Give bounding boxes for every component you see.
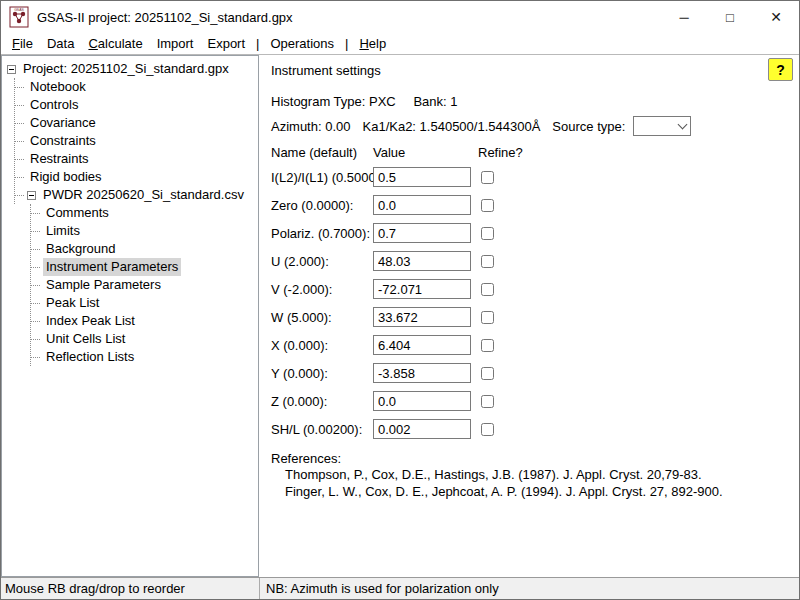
tree-item-instrument-parameters[interactable]: Instrument Parameters (31, 258, 258, 276)
maximize-icon: □ (726, 10, 734, 25)
refine-checkbox[interactable] (481, 227, 494, 240)
param-label: Polariz. (0.7000): (271, 226, 373, 241)
tree-item-label[interactable]: Comments (43, 204, 112, 222)
tree-item-label[interactable]: Rigid bodies (27, 168, 105, 186)
references-section: References: Thompson, P., Cox, D.E., Has… (271, 451, 789, 500)
tree-connector (15, 87, 24, 88)
param-value-input[interactable] (373, 195, 471, 215)
menu-file[interactable]: File (5, 36, 40, 51)
param-value-input[interactable] (373, 251, 471, 271)
param-value-input[interactable] (373, 335, 471, 355)
param-label: U (2.000): (271, 254, 373, 269)
param-value-input[interactable] (373, 307, 471, 327)
collapse-icon[interactable] (7, 65, 16, 74)
param-row-zero: Zero (0.0000): (271, 191, 789, 219)
refine-checkbox[interactable] (481, 255, 494, 268)
tree-item-label[interactable]: Sample Parameters (43, 276, 164, 294)
param-row-x: X (0.000): (271, 331, 789, 359)
refine-checkbox[interactable] (481, 311, 494, 324)
param-label: SH/L (0.00200): (271, 422, 373, 437)
histogram-row: Histogram Type: PXC Bank: 1 (271, 94, 789, 109)
project-tree-panel[interactable]: Project: 20251102_Si_standard.gpx Notebo… (1, 55, 259, 577)
param-row-i-l2-i-l1: I(L2)/I(L1) (0.5000): (271, 163, 789, 191)
tree-item-label[interactable]: Notebook (27, 78, 89, 96)
tree-item-covariance[interactable]: Covariance (15, 114, 258, 132)
tree-item-comments[interactable]: Comments (31, 204, 258, 222)
tree-item-limits[interactable]: Limits (31, 222, 258, 240)
tree-item-constraints[interactable]: Constraints (15, 132, 258, 150)
tree-item-label[interactable]: Limits (43, 222, 83, 240)
tree-connector (31, 249, 40, 250)
refine-checkbox[interactable] (481, 423, 494, 436)
menu-operations[interactable]: Operations (263, 36, 341, 51)
reference-line: Finger, L. W., Cox, D. E., Jephcoat, A. … (285, 483, 789, 500)
tree-item-peak-list[interactable]: Peak List (31, 294, 258, 312)
source-type-combobox[interactable] (633, 116, 691, 136)
tree-item-pwdr-20250620-si-standard-csv[interactable]: PWDR 20250620_Si_standard.csv (15, 186, 258, 204)
param-label: Z (0.000): (271, 394, 373, 409)
menu-calculate[interactable]: Calculate (81, 36, 149, 51)
tree-item-background[interactable]: Background (31, 240, 258, 258)
tree-root-label[interactable]: Project: 20251102_Si_standard.gpx (20, 60, 232, 78)
minimize-button[interactable]: ─ (661, 1, 707, 33)
tree-item-controls[interactable]: Controls (15, 96, 258, 114)
refine-checkbox[interactable] (481, 395, 494, 408)
ka-label: Ka1/Ka2: 1.540500/1.544300Å (363, 119, 541, 134)
param-value-input[interactable] (373, 391, 471, 411)
tree-item-rigid-bodies[interactable]: Rigid bodies (15, 168, 258, 186)
statusbar-left: Mouse RB drag/drop to reorder (1, 578, 260, 599)
app-icon[interactable]: GSAS (9, 6, 29, 28)
tree-item-restraints[interactable]: Restraints (15, 150, 258, 168)
menu-export[interactable]: Export (200, 36, 252, 51)
tree-connector (31, 231, 40, 232)
param-value-input[interactable] (373, 419, 471, 439)
tree-item-unit-cells-list[interactable]: Unit Cells List (31, 330, 258, 348)
tree-connector (31, 339, 40, 340)
tree-connector (15, 105, 24, 106)
tree-item-label[interactable]: Peak List (43, 294, 102, 312)
tree-item-label[interactable]: Covariance (27, 114, 99, 132)
tree-connector (31, 267, 40, 268)
collapse-icon[interactable] (27, 191, 36, 200)
window-controls: ─ □ ✕ (661, 1, 799, 33)
tree-item-label[interactable]: Reflection Lists (43, 348, 137, 366)
param-value-input[interactable] (373, 363, 471, 383)
column-headers: Name (default) Value Refine? (271, 145, 789, 160)
tree-item-label[interactable]: Controls (27, 96, 81, 114)
histogram-type-label: Histogram Type: PXC (271, 94, 396, 109)
tree-item-notebook[interactable]: Notebook (15, 78, 258, 96)
refine-checkbox[interactable] (481, 199, 494, 212)
param-row-w: W (5.000): (271, 303, 789, 331)
tree-connector (15, 141, 24, 142)
refine-checkbox[interactable] (481, 171, 494, 184)
param-row-u: U (2.000): (271, 247, 789, 275)
refine-checkbox[interactable] (481, 367, 494, 380)
column-header-refine: Refine? (478, 145, 523, 160)
tree-item-label[interactable]: Index Peak List (43, 312, 138, 330)
param-value-input[interactable] (373, 279, 471, 299)
tree-branch-level2: CommentsLimitsBackgroundInstrument Param… (30, 204, 258, 366)
refine-checkbox[interactable] (481, 283, 494, 296)
tree-item-sample-parameters[interactable]: Sample Parameters (31, 276, 258, 294)
param-rows: I(L2)/I(L1) (0.5000):Zero (0.0000):Polar… (271, 163, 789, 443)
param-value-input[interactable] (373, 223, 471, 243)
column-header-value: Value (373, 145, 478, 160)
tree-root[interactable]: Project: 20251102_Si_standard.gpx (4, 60, 258, 78)
menu-data[interactable]: Data (40, 36, 81, 51)
tree-item-label[interactable]: PWDR 20250620_Si_standard.csv (40, 186, 247, 204)
tree-item-reflection-lists[interactable]: Reflection Lists (31, 348, 258, 366)
refine-checkbox[interactable] (481, 339, 494, 352)
menu-import[interactable]: Import (150, 36, 201, 51)
menu-help[interactable]: Help (352, 36, 393, 51)
source-type-label: Source type: (552, 119, 625, 134)
tree-item-index-peak-list[interactable]: Index Peak List (31, 312, 258, 330)
close-button[interactable]: ✕ (753, 1, 799, 33)
tree-item-label[interactable]: Instrument Parameters (43, 258, 181, 276)
param-value-input[interactable] (373, 167, 471, 187)
tree-item-label[interactable]: Constraints (27, 132, 99, 150)
tree-item-label[interactable]: Unit Cells List (43, 330, 128, 348)
tree-item-label[interactable]: Background (43, 240, 118, 258)
help-button[interactable]: ? (768, 58, 793, 81)
maximize-button[interactable]: □ (707, 1, 753, 33)
tree-item-label[interactable]: Restraints (27, 150, 92, 168)
